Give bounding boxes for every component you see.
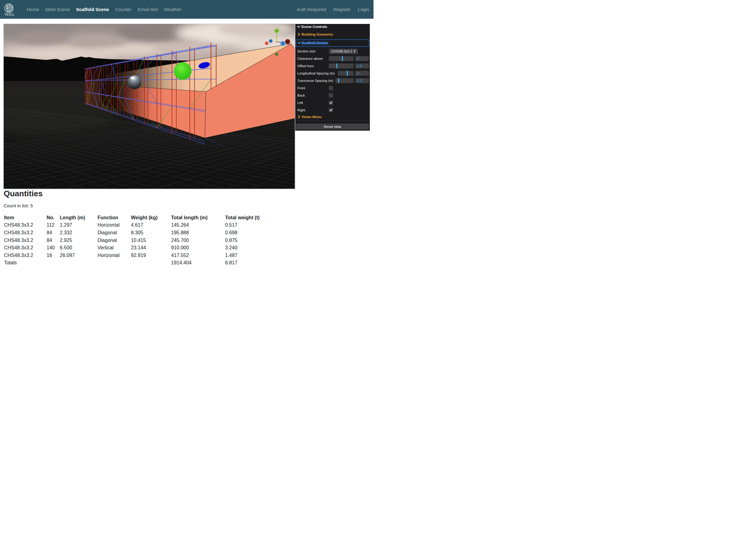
svg-text:Y: Y: [276, 29, 278, 32]
svg-text:TEICL: TEICL: [4, 12, 15, 16]
svg-text:Z: Z: [282, 42, 284, 45]
svg-text:X: X: [287, 40, 289, 43]
